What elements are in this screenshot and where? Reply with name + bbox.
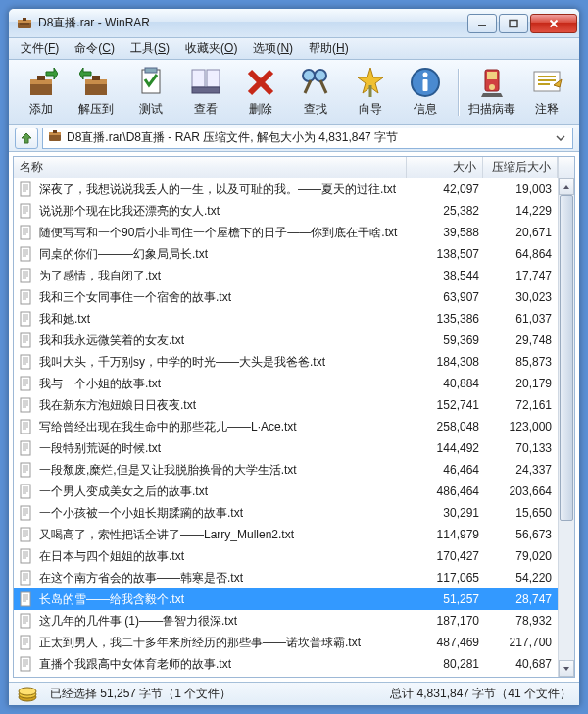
txt-file-icon xyxy=(18,613,33,629)
table-row[interactable]: 一个小孩被一个小姐长期蹂躏的故事.txt30,29115,650 xyxy=(14,502,558,524)
up-button[interactable] xyxy=(15,128,38,149)
table-row[interactable]: 一个男人变成美女之后的故事.txt486,464203,664 xyxy=(14,481,558,502)
scroll-up-button[interactable] xyxy=(559,178,574,195)
svg-rect-17 xyxy=(207,70,220,87)
file-size: 42,097 xyxy=(407,182,481,196)
table-row[interactable]: 在这个南方省会的故事——韩寒是否.txt117,06554,220 xyxy=(14,567,558,588)
file-name: 为了感情，我自闭了.txt xyxy=(37,268,407,284)
txt-file-icon xyxy=(18,225,33,240)
virus-button[interactable]: 扫描病毒 xyxy=(466,65,518,120)
toolbar: 添加解压到测试查看删除查找向导信息扫描病毒注释 xyxy=(9,60,579,125)
svg-rect-13 xyxy=(92,76,100,80)
tool-label: 注释 xyxy=(535,101,559,118)
svg-point-21 xyxy=(303,70,315,81)
col-name-header[interactable]: 名称 xyxy=(14,157,407,178)
col-size-header[interactable]: 大小 xyxy=(407,157,483,178)
file-name: 我和我永远微笑着的女友.txt xyxy=(37,332,407,349)
table-row[interactable]: 说说那个现在比我还漂亮的女人.txt25,38214,229 xyxy=(14,200,558,222)
file-packed-size: 61,037 xyxy=(481,312,554,326)
file-packed-size: 79,020 xyxy=(481,549,554,563)
address-field[interactable]: D8直播.rar\D8直播 - RAR 压缩文件, 解包大小为 4,831,84… xyxy=(42,128,573,149)
txt-file-icon xyxy=(18,591,33,607)
tool-label: 添加 xyxy=(29,101,53,118)
menu-h[interactable]: 帮助(H) xyxy=(301,37,357,60)
file-packed-size: 70,133 xyxy=(481,441,554,455)
wizard-button[interactable]: 向导 xyxy=(344,65,397,120)
titlebar[interactable]: D8直播.rar - WinRAR xyxy=(9,9,579,38)
table-row[interactable]: 写给曾经出现在我生命中的那些花儿——L·Ace.txt258,048123,00… xyxy=(14,416,558,437)
svg-rect-10 xyxy=(37,76,45,80)
minimize-button[interactable] xyxy=(467,14,497,33)
file-size: 38,544 xyxy=(407,269,481,282)
view-button[interactable]: 查看 xyxy=(179,65,232,120)
menu-n[interactable]: 选项(N) xyxy=(245,37,301,60)
table-row[interactable]: 我和三个女同事住一个宿舍的故事.txt63,90730,023 xyxy=(14,286,558,308)
file-packed-size: 56,673 xyxy=(481,528,554,541)
file-name: 我与一个小姐的故事.txt xyxy=(37,376,407,392)
table-row[interactable]: 长岛的雪——给我含毅个.txt51,25728,747 xyxy=(14,588,558,610)
svg-line-25 xyxy=(320,80,326,93)
txt-file-icon xyxy=(18,462,33,478)
table-row[interactable]: 又喝高了，索性把话全讲了——Larry_Mullen2.txt114,97956… xyxy=(14,524,558,545)
delete-button[interactable]: 删除 xyxy=(234,65,287,120)
file-packed-size: 72,161 xyxy=(481,398,554,412)
file-name: 说说那个现在比我还漂亮的女人.txt xyxy=(37,203,407,220)
menu-s[interactable]: 工具(S) xyxy=(122,37,177,60)
table-row[interactable]: 深夜了，我想说说我丢人的一生，以及可耻的我。——夏天的过往.txt42,0971… xyxy=(14,178,558,200)
table-row[interactable]: 我和我永远微笑着的女友.txt59,36929,748 xyxy=(14,330,558,351)
table-row[interactable]: 为了感情，我自闭了.txt38,54417,747 xyxy=(14,265,558,286)
menu-o[interactable]: 收藏夹(O) xyxy=(177,37,245,60)
file-size: 114,979 xyxy=(407,528,481,541)
table-row[interactable]: 我在新东方泡妞娘日日夜夜.txt152,74172,161 xyxy=(14,394,558,416)
file-name: 我和她.txt xyxy=(37,311,407,328)
table-row[interactable]: 这几年的几件事 (1)——鲁智力很深.txt187,17078,932 xyxy=(14,610,558,632)
test-button[interactable]: 测试 xyxy=(124,65,177,120)
table-row[interactable]: 一段颓废,糜烂,但是又让我脱胎换骨的大学生活.txt46,46424,337 xyxy=(14,459,558,481)
menu-c[interactable]: 命令(C) xyxy=(67,37,122,60)
close-button[interactable] xyxy=(530,14,577,33)
table-row[interactable]: 直播个我跟高中女体育老师的故事.txt80,28140,687 xyxy=(14,653,558,675)
svg-point-32 xyxy=(489,84,495,90)
table-row[interactable]: 我叫大头，千万别sy，中学的时光——大头是我爸爸.txt184,30885,87… xyxy=(14,351,558,373)
menu-f[interactable]: 文件(F) xyxy=(13,37,67,60)
file-size: 184,308 xyxy=(407,355,481,369)
tool-label: 测试 xyxy=(139,101,163,118)
table-row[interactable]: 在日本与四个姐姐的故事.txt170,42779,020 xyxy=(14,545,558,567)
maximize-button[interactable] xyxy=(499,14,528,33)
scroll-track[interactable] xyxy=(559,195,574,660)
address-text: D8直播.rar\D8直播 - RAR 压缩文件, 解包大小为 4,831,84… xyxy=(67,129,549,146)
table-row[interactable]: 同桌的你们———幻象局局长.txt138,50764,864 xyxy=(14,243,558,265)
table-row[interactable]: 做——鲁智力很深.txt131,23657,989 xyxy=(14,675,558,677)
tool-label: 信息 xyxy=(414,101,437,118)
file-name: 正太到男人，我二十多年来所经历的那些事——诺坎普球霸.txt xyxy=(37,635,407,651)
file-size: 170,427 xyxy=(407,549,481,563)
table-row[interactable]: 我与一个小姐的故事.txt40,88420,179 xyxy=(14,373,558,394)
tool-label: 删除 xyxy=(249,101,272,118)
vertical-scrollbar[interactable] xyxy=(558,178,574,677)
txt-file-icon xyxy=(18,332,33,348)
address-dropdown[interactable] xyxy=(553,135,568,141)
file-name: 写给曾经出现在我生命中的那些花儿——L·Ace.txt xyxy=(37,419,407,435)
window-title: D8直播.rar - WinRAR xyxy=(38,15,467,31)
comment-button[interactable]: 注释 xyxy=(520,65,573,120)
scroll-thumb[interactable] xyxy=(560,195,573,521)
file-size: 187,170 xyxy=(407,614,481,628)
txt-file-icon xyxy=(18,268,33,283)
find-button[interactable]: 查找 xyxy=(289,65,342,120)
file-name: 这几年的几件事 (1)——鲁智力很深.txt xyxy=(37,613,407,630)
file-name: 一个小孩被一个小姐长期蹂躏的故事.txt xyxy=(37,505,407,522)
tool-label: 扫描病毒 xyxy=(468,101,515,118)
app-icon xyxy=(17,16,32,31)
file-packed-size: 85,873 xyxy=(481,355,554,369)
table-row[interactable]: 一段特别荒诞的时候.txt144,49270,133 xyxy=(14,437,558,459)
scroll-down-button[interactable] xyxy=(559,660,574,677)
col-packed-header[interactable]: 压缩后大小 xyxy=(483,157,558,178)
table-row[interactable]: 随便写写和一个90后小非同住一个屋檐下的日子——你到底在干啥.txt39,588… xyxy=(14,222,558,243)
info-button[interactable]: 信息 xyxy=(399,65,452,120)
extract-button[interactable]: 解压到 xyxy=(70,65,122,120)
table-row[interactable]: 我和她.txt135,38661,037 xyxy=(14,308,558,330)
delete-icon xyxy=(244,66,277,99)
table-row[interactable]: 正太到男人，我二十多年来所经历的那些事——诺坎普球霸.txt487,469217… xyxy=(14,632,558,653)
add-button[interactable]: 添加 xyxy=(15,65,68,120)
file-size: 30,291 xyxy=(407,506,481,520)
